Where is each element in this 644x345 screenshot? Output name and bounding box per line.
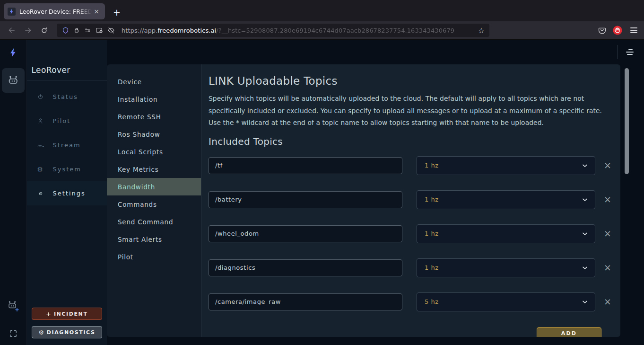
tab-favicon-lightning-icon	[8, 8, 16, 16]
tab-title: LeoRover Device: FREED	[19, 8, 92, 15]
submenu-item-remote-ssh[interactable]: Remote SSH	[107, 108, 201, 125]
page-description: Specify which topics will be automatical…	[209, 93, 613, 129]
chevron-down-icon	[581, 162, 589, 169]
nav-label: System	[53, 166, 81, 173]
nav-item-system[interactable]: ⚙ System	[27, 157, 107, 181]
pocket-icon[interactable]	[598, 26, 607, 35]
freedom-robotics-logo-icon[interactable]	[8, 47, 18, 58]
device-panel-buttons: + INCIDENT ⚙ DIAGNOSTICS	[27, 308, 107, 345]
rate-value: 1 hz	[425, 230, 438, 237]
topic-row: 1 hz ×	[209, 259, 613, 277]
rate-select[interactable]: 1 hz	[417, 224, 595, 243]
tab-close-icon[interactable]: ×	[92, 7, 101, 16]
device-panel: LeoRover Status Pilot Stream	[27, 40, 107, 345]
topic-row: 1 hz ×	[209, 225, 613, 243]
url-bar[interactable]: https://app.freedomrobotics.ai/?__hstc=5…	[57, 24, 489, 37]
gear-icon: ⚙	[36, 166, 45, 173]
nav-label: Stream	[53, 142, 81, 149]
device-name-title: LeoRover	[27, 40, 107, 80]
browser-tab[interactable]: LeoRover Device: FREED ×	[4, 3, 105, 19]
chevron-down-icon	[581, 298, 589, 306]
eye-slash-icon[interactable]	[107, 26, 115, 35]
included-topics-heading: Included Topics	[209, 136, 613, 147]
rate-value: 1 hz	[425, 162, 438, 169]
content-blocker-hand-icon[interactable]	[612, 25, 623, 35]
rate-select[interactable]: 5 hz	[417, 292, 595, 311]
selected-device-tile[interactable]	[2, 68, 25, 93]
power-status-icon	[36, 93, 45, 100]
lock-icon[interactable]	[73, 27, 80, 34]
nav-item-settings[interactable]: Settings	[27, 181, 107, 205]
diagnostics-button-label: DIAGNOSTICS	[47, 329, 96, 336]
remove-topic-icon[interactable]: ×	[602, 195, 613, 204]
nav-item-status[interactable]: Status	[27, 85, 107, 109]
chevron-down-icon	[581, 196, 589, 203]
forward-button[interactable]	[21, 24, 35, 37]
rover-icon	[7, 74, 19, 87]
rate-value: 1 hz	[425, 264, 438, 271]
submenu-item-local-scripts[interactable]: Local Scripts	[107, 143, 201, 160]
person-pilot-icon	[36, 117, 45, 124]
topic-name-input[interactable]	[209, 225, 402, 242]
rate-value: 1 hz	[425, 196, 438, 203]
submenu-item-bandwidth[interactable]: Bandwidth	[107, 178, 201, 195]
nav-label: Status	[53, 93, 78, 100]
new-tab-button[interactable]: +	[110, 5, 124, 19]
rate-select[interactable]: 1 hz	[417, 190, 595, 209]
submenu-item-installation[interactable]: Installation	[107, 90, 201, 108]
topic-row: 1 hz ×	[209, 191, 613, 209]
rate-select[interactable]: 1 hz	[417, 156, 595, 175]
tracking-shield-icon[interactable]	[61, 27, 70, 35]
remove-topic-icon[interactable]: ×	[602, 161, 613, 170]
app-root: LeoRover Status Pilot Stream	[0, 40, 644, 345]
incident-button-label: INCIDENT	[54, 311, 88, 317]
submenu-item-pilot[interactable]: Pilot	[107, 248, 201, 265]
url-text: https://app.freedomrobotics.ai/?__hstc=5…	[122, 27, 475, 34]
rail-bottom-group	[7, 300, 19, 338]
submenu-item-smart-alerts[interactable]: Smart Alerts	[107, 230, 201, 248]
nav-item-stream[interactable]: Stream	[27, 133, 107, 157]
remove-topic-icon[interactable]: ×	[602, 297, 613, 306]
gears-icon: ⚙	[38, 329, 44, 336]
rate-select[interactable]: 1 hz	[417, 258, 595, 277]
submenu-item-key-metrics[interactable]: Key Metrics	[107, 160, 201, 178]
topic-row: 5 hz ×	[209, 293, 613, 311]
nav-item-pilot[interactable]: Pilot	[27, 109, 107, 133]
diagnostics-button[interactable]: ⚙ DIAGNOSTICS	[32, 326, 102, 338]
topic-name-input[interactable]	[209, 259, 402, 276]
cookie-blocked-icon[interactable]	[95, 26, 104, 35]
content-region: Device Installation Remote SSH Ros Shado…	[107, 40, 644, 345]
filter-menu-icon[interactable]	[624, 47, 635, 57]
add-topic-button[interactable]: ADD	[537, 327, 601, 337]
page-title: LINK Uploadable Topics	[209, 75, 613, 87]
remove-topic-icon[interactable]: ×	[602, 229, 613, 238]
submenu-item-send-command[interactable]: Send Command	[107, 213, 201, 230]
settings-slash-circle-icon	[36, 190, 45, 197]
nav-label: Pilot	[53, 117, 71, 124]
topic-name-input[interactable]	[209, 157, 402, 174]
submenu-item-ros-shadow[interactable]: Ros Shadow	[107, 125, 201, 143]
submenu-item-commands[interactable]: Commands	[107, 195, 201, 213]
bandwidth-settings-main: LINK Uploadable Topics Specify which top…	[201, 64, 620, 337]
content-scrollbar[interactable]	[625, 66, 629, 337]
device-nav: Status Pilot Stream ⚙ System	[27, 81, 107, 205]
add-device-icon[interactable]	[7, 300, 19, 312]
nav-label: Settings	[53, 190, 86, 197]
reload-button[interactable]	[37, 24, 51, 37]
submenu-item-device[interactable]: Device	[107, 73, 201, 90]
chevron-down-icon	[581, 230, 589, 238]
bookmark-star-icon[interactable]: ☆	[478, 26, 485, 35]
scrollbar-thumb[interactable]	[625, 68, 629, 174]
back-button[interactable]	[5, 24, 19, 37]
app-left-rail	[0, 40, 27, 345]
topic-name-input[interactable]	[209, 191, 402, 208]
browser-toolbar: https://app.freedomrobotics.ai/?__hstc=5…	[0, 21, 644, 40]
fullscreen-icon[interactable]	[9, 329, 18, 338]
permissions-icon[interactable]	[84, 27, 92, 35]
settings-submenu: Device Installation Remote SSH Ros Shado…	[107, 64, 201, 337]
menu-hamburger-icon[interactable]	[628, 26, 639, 35]
remove-topic-icon[interactable]: ×	[602, 263, 613, 272]
topic-name-input[interactable]	[209, 293, 402, 310]
incident-button[interactable]: + INCIDENT	[32, 308, 102, 320]
settings-card: Device Installation Remote SSH Ros Shado…	[107, 64, 620, 337]
